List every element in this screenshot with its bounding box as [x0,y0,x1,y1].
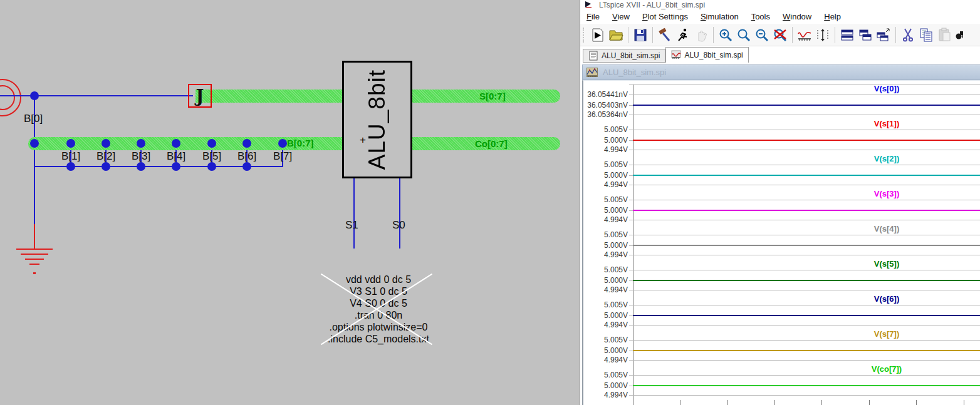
gridline [629,115,980,115]
toolbar-separator [835,27,835,43]
open-icon[interactable] [608,27,624,43]
alu-8bit-block[interactable]: ALU_8bit [342,61,412,178]
trace-line [633,175,980,176]
run-icon[interactable] [590,27,606,43]
junction-dot [137,162,145,171]
y-tick-label: 5.005V [583,196,628,204]
trace-name[interactable]: V(s[7]) [833,330,940,339]
window-title: LTspice XVII - ALU_8bit_sim.spi [599,1,705,9]
netlist-doc-icon [588,51,598,61]
trace-line [633,105,980,106]
toolbar [580,24,980,46]
y-tick-label: 36.05441nV [583,91,628,99]
menu-bar: File View Plot Settings Simulation Tools… [580,9,980,24]
find-icon[interactable] [954,27,963,43]
zoom-out-icon[interactable] [754,27,770,43]
toolbar-separator [628,27,628,43]
alu-block-label: ALU_8bit [364,69,390,170]
junction-dot [66,139,75,148]
y-tick-label: 4.994V [583,321,628,329]
plot-window-title: ALU_8bit_sim.spi [603,68,666,77]
trace-name[interactable]: V(s[3]) [833,190,940,198]
junction-dot [66,162,75,171]
cascade-icon[interactable] [875,27,892,43]
y-tick-label: 5.005V [583,336,628,344]
schematic-canvas[interactable]: J ALU_8bit + B[0] B[1] B[2] B[3] B[4] B[… [0,0,580,405]
x-axis-tick [821,400,822,405]
menu-file[interactable]: File [580,10,606,24]
tile-horizontal-icon[interactable] [839,27,855,43]
tile-vertical-icon[interactable] [857,27,873,43]
trace-name[interactable]: V(s[2]) [833,155,940,163]
gridline [629,270,980,270]
control-panel-hammer-icon[interactable] [657,27,673,43]
junction-dot [30,139,39,148]
gridline [629,305,980,305]
junction-dot [207,139,216,148]
plot-window-title-bar[interactable]: ALU_8bit_sim.spi [582,64,980,80]
menu-simulation[interactable]: Simulation [694,10,745,24]
gridline [629,95,980,95]
plot-settings-icon[interactable] [796,27,813,43]
toolbar-separator [792,27,793,43]
net-marker-j[interactable]: J [188,84,212,108]
trace-name[interactable]: V(s[0]) [833,85,940,93]
gridline [629,255,980,255]
zoom-area-icon[interactable] [736,27,752,43]
junction-dot [172,139,180,148]
tab-waveform[interactable]: ALU_8bit_sim.spi [665,47,748,63]
zoom-undo-icon[interactable] [772,27,788,43]
title-bar[interactable]: LTspice XVII - ALU_8bit_sim.spi [580,0,980,9]
trace-name[interactable]: V(s[1]) [833,120,940,128]
trace-line [633,350,980,351]
trace-name[interactable]: V(s[4]) [833,225,940,233]
junction-dot [207,162,216,171]
waveform-plot[interactable]: V(s[0]) 36.05441nV 36.05403nV 36.05364nV… [582,80,980,405]
ground-icon [16,249,53,250]
y-tick-label: 4.994V [583,181,628,189]
autorange-y-icon[interactable] [815,27,831,43]
y-tick-label: 4.994V [583,216,628,224]
net-label-s1: S1 [345,220,358,231]
net-label-s0: S0 [392,220,405,231]
y-tick-label: 4.994V [583,251,628,259]
y-tick-label: 5.000V [583,312,628,320]
menu-view[interactable]: View [606,10,636,24]
menu-help[interactable]: Help [818,10,847,24]
wire-s0-pin [399,178,400,249]
ground-icon [21,254,48,255]
menu-plot-settings[interactable]: Plot Settings [636,10,694,24]
menu-tools[interactable]: Tools [745,10,776,24]
y-tick-label: 5.000V [583,136,628,145]
junction-dot [172,162,180,171]
cut-icon[interactable] [900,27,916,43]
net-marker-label: J [196,86,204,106]
waveform-pane: V(s[5]) 5.005V 5.000V 4.994V [583,260,980,295]
trace-name[interactable]: V(s[6]) [833,295,940,304]
copy-icon[interactable] [918,27,934,43]
wire-s1-pin [353,178,355,249]
zoom-in-icon[interactable] [717,27,734,43]
y-tick-label: 5.000V [583,172,628,180]
waveform-pane: V(s[3]) 5.005V 5.000V 4.994V [583,190,980,225]
net-label-b3: B[3] [127,151,155,162]
trace-name[interactable]: V(s[5]) [833,260,940,269]
bus-label-b07: B[0:7] [287,138,314,148]
tab-netlist[interactable]: ALU_8bit_sim.spi [583,49,665,63]
junction-dot [242,139,251,148]
y-tick-label: 5.005V [583,231,628,239]
ltspice-logo-icon [585,1,593,9]
run-man-icon[interactable] [675,27,691,43]
trace-name[interactable]: V(co[7]) [833,365,940,374]
gridline [629,375,980,376]
directive-line: V3 S1 0 dc 5 [297,285,460,297]
paste-icon [936,27,952,43]
save-icon[interactable] [632,27,649,43]
menu-window[interactable]: Window [776,10,818,24]
waveform-pane: V(s[2]) 5.005V 5.000V 4.994V [583,155,980,190]
x-axis-tick [633,400,633,405]
y-tick-label: 36.05403nV [583,101,628,110]
junction-dot [30,91,39,100]
plot-window-icon [586,68,598,77]
screenshot-root: J ALU_8bit + B[0] B[1] B[2] B[3] B[4] B[… [0,0,980,405]
